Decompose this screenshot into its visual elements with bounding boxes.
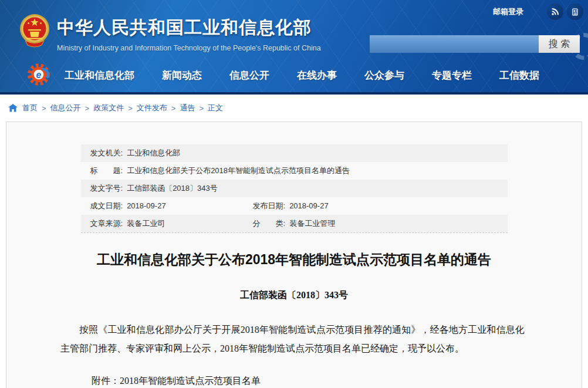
- nav-item-online-services[interactable]: 在线办事: [297, 69, 337, 82]
- breadcrumb-separator: >: [128, 104, 133, 113]
- newspaper-icon[interactable]: [567, 4, 583, 20]
- site-header: 中华人民共和国工业和信息化部 Ministry of Industry and …: [0, 0, 588, 59]
- top-banner: 中华人民共和国工业和信息化部 Ministry of Industry and …: [0, 0, 588, 95]
- attachment-line: 附件：2018年智能制造试点示范项目名单: [60, 372, 525, 388]
- breadcrumb-notices[interactable]: 通告: [180, 103, 195, 113]
- breadcrumb-home[interactable]: 首页: [22, 103, 38, 113]
- breadcrumb-separator: >: [85, 104, 90, 113]
- nav-item-special-topics[interactable]: 专题专栏: [432, 69, 472, 82]
- meta-value: 工信部装函〔2018〕343号: [127, 180, 218, 197]
- mail-login-link[interactable]: 邮箱登录: [493, 6, 523, 17]
- attachment-link[interactable]: 2018年智能制造试点示范项目名单: [120, 376, 261, 386]
- article-doc-number: 工信部装函〔2018〕343号: [6, 289, 582, 302]
- meta-label: 分 类:: [253, 215, 286, 232]
- meta-value: 装备工业司: [127, 215, 165, 232]
- breadcrumb-separator: >: [42, 104, 46, 113]
- meta-row-doc-number: 发文字号: 工信部装函〔2018〕343号: [81, 180, 508, 197]
- meta-row-issuing-agency: 发文机关: 工业和信息化部: [81, 144, 508, 162]
- nav-item-ministry[interactable]: 工业和信息化部: [65, 69, 134, 82]
- site-subtitle-en: Ministry of Industry and Information Tec…: [57, 44, 321, 52]
- meta-row-title: 标 题: 工业和信息化部关于公布2018年智能制造试点示范项目名单的通告: [81, 162, 508, 180]
- breadcrumb-document-release[interactable]: 文件发布: [137, 103, 167, 113]
- breadcrumb: 首页 > 信息公开 > 政策文件 > 文件发布 > 通告 > 正文: [0, 95, 588, 122]
- site-title: 中华人民共和国工业和信息化部: [57, 16, 321, 40]
- meta-value: 2018-09-27: [127, 197, 166, 215]
- nav-item-public-participation[interactable]: 公众参与: [364, 69, 404, 82]
- meta-value: 2018-09-27: [289, 197, 329, 215]
- home-icon[interactable]: [8, 104, 18, 112]
- rss-icon[interactable]: [547, 4, 563, 20]
- meta-value: 工业和信息化部: [127, 144, 180, 162]
- meta-label: 发布日期:: [253, 197, 286, 215]
- meta-label: 标 题:: [90, 162, 123, 180]
- header-top-links: 邮箱登录: [493, 4, 583, 20]
- meta-value: 装备工业管理: [289, 215, 335, 232]
- nav-item-miit-data[interactable]: 工信数据: [499, 69, 539, 82]
- article-title: 工业和信息化部关于公布2018年智能制造试点示范项目名单的通告: [60, 251, 528, 268]
- miit-gear-logo-icon: e: [26, 61, 53, 90]
- national-emblem: [19, 13, 50, 50]
- nav-item-news[interactable]: 新闻动态: [162, 69, 202, 82]
- meta-row-dates: 成文日期: 2018-09-27 发布日期: 2018-09-27: [81, 197, 508, 215]
- search-button[interactable]: 搜 索: [539, 35, 580, 53]
- breadcrumb-separator: >: [199, 104, 204, 113]
- breadcrumb-current-article: 正文: [208, 103, 223, 113]
- breadcrumb-policy-documents[interactable]: 政策文件: [93, 103, 124, 113]
- meta-label: 文章来源:: [90, 215, 123, 232]
- nav-item-info-disclosure[interactable]: 信息公开: [229, 69, 269, 82]
- meta-row-source-category: 文章来源: 装备工业司 分 类: 装备工业管理: [81, 215, 508, 232]
- breadcrumb-separator: >: [171, 104, 176, 113]
- search-box: 搜 索: [370, 35, 580, 53]
- meta-label: 成文日期:: [90, 197, 123, 215]
- meta-label: 发文字号:: [90, 180, 123, 197]
- meta-value: 工业和信息化部关于公布2018年智能制造试点示范项目名单的通告: [127, 162, 350, 180]
- attachment-label: 附件：: [92, 376, 120, 386]
- main-nav: e 工业和信息化部 新闻动态 信息公开 在线办事 公众参与 专题专栏 工信数据: [0, 59, 588, 95]
- breadcrumb-info-disclosure[interactable]: 信息公开: [50, 103, 81, 113]
- article-panel: 发文机关: 工业和信息化部 标 题: 工业和信息化部关于公布2018年智能制造试…: [6, 122, 582, 388]
- search-input[interactable]: [370, 35, 539, 53]
- svg-text:e: e: [36, 69, 42, 79]
- article-paragraph: 按照《工业和信息化部办公厅关于开展2018年智能制造试点示范项目推荐的通知》，经…: [60, 320, 525, 358]
- meta-label: 发文机关:: [90, 144, 123, 162]
- document-meta-table: 发文机关: 工业和信息化部 标 题: 工业和信息化部关于公布2018年智能制造试…: [81, 144, 508, 233]
